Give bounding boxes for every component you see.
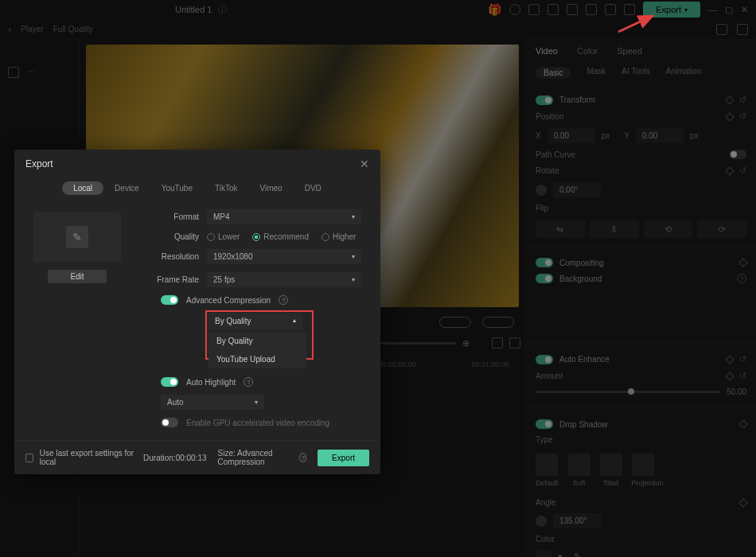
gpu-label: Enable GPU accelerated video encoding — [186, 419, 329, 427]
export-confirm-button[interactable]: Export — [318, 450, 369, 466]
compression-mode-options: By Quality YouTube Upload — [208, 332, 306, 368]
auto-highlight-select[interactable]: Auto▾ — [161, 395, 264, 410]
size-info: Size: Advanced Compression — [218, 449, 289, 466]
auto-highlight-toggle[interactable] — [161, 377, 178, 387]
help-icon[interactable]: ? — [299, 453, 306, 462]
resolution-label: Resolution — [145, 252, 207, 261]
modal-title: Export — [25, 158, 53, 169]
pencil-icon: ✎ — [66, 226, 88, 248]
compression-mode-select[interactable]: By Quality▴ — [208, 313, 302, 329]
option-by-quality[interactable]: By Quality — [208, 332, 306, 350]
export-tab-dvd[interactable]: DVD — [294, 181, 333, 195]
auto-highlight-label: Auto Highlight — [186, 378, 236, 387]
use-last-settings-label: Use last export settings for local — [40, 449, 137, 466]
export-thumbnail: ✎ — [33, 212, 121, 262]
export-modal: Export ✕ Local Device YouTube TikTok Vim… — [14, 150, 380, 474]
export-tab-tiktok[interactable]: TikTok — [204, 181, 249, 195]
quality-label: Quality — [145, 232, 207, 241]
quality-recommend[interactable]: Recommend — [252, 232, 309, 241]
export-tab-youtube[interactable]: YouTube — [150, 181, 204, 195]
edit-button[interactable]: Edit — [48, 270, 107, 283]
resolution-select[interactable]: 1920x1080▾ — [207, 249, 361, 264]
gpu-toggle[interactable] — [161, 418, 178, 427]
framerate-select[interactable]: 25 fps▾ — [207, 272, 361, 287]
quality-higher[interactable]: Higher — [321, 232, 356, 241]
export-tab-local[interactable]: Local — [62, 181, 103, 195]
close-icon[interactable]: ✕ — [360, 158, 369, 170]
export-tab-device[interactable]: Device — [103, 181, 150, 195]
format-select[interactable]: MP4▾ — [207, 209, 361, 224]
adv-compression-label: Advanced Compression — [186, 296, 271, 305]
export-tab-vimeo[interactable]: Vimeo — [249, 181, 294, 195]
format-label: Format — [145, 212, 207, 221]
framerate-label: Frame Rate — [145, 275, 207, 284]
duration-info: Duration:00:00:13 — [143, 454, 207, 462]
use-last-settings-checkbox[interactable] — [25, 454, 33, 462]
quality-lower[interactable]: Lower — [207, 232, 240, 241]
help-icon[interactable]: ? — [279, 295, 288, 305]
option-youtube-upload[interactable]: YouTube Upload — [208, 350, 306, 368]
adv-compression-toggle[interactable] — [161, 295, 178, 305]
help-icon[interactable]: ? — [244, 377, 253, 387]
